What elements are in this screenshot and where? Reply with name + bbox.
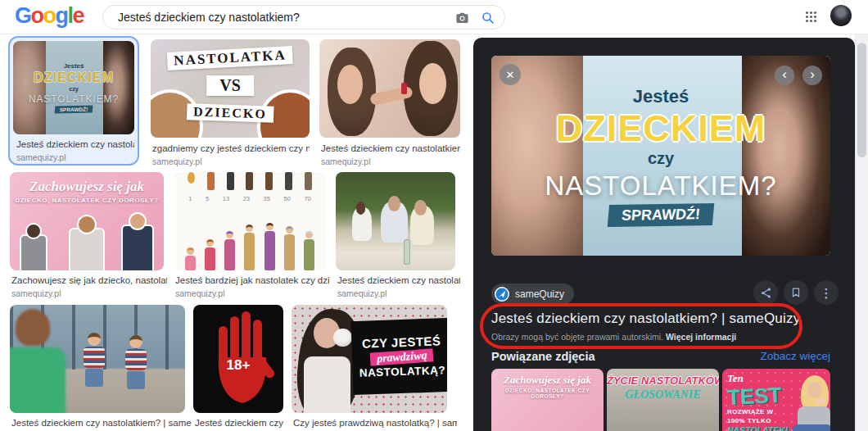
- scrollbar-thumb[interactable]: [857, 43, 866, 157]
- result-title[interactable]: Jesteś bardziej jak nastolatek czy dziec…: [175, 275, 329, 285]
- result-thumbnail[interactable]: 151323355070: [174, 172, 326, 270]
- result-thumbnail[interactable]: [319, 39, 460, 138]
- previous-image-icon[interactable]: ‹: [775, 66, 794, 85]
- result-title[interactable]: Czy jesteś prawdziwą nastolatką? | sameQ…: [293, 418, 457, 428]
- related-images-heading: Powiązane zdjęcia: [491, 350, 595, 363]
- copyright-notice: Obrazy mogą być objęte prawami autorskim…: [491, 332, 736, 342]
- search-icon[interactable]: [481, 11, 495, 25]
- quiz-cover-art: Jesteś DZIECKIEM czy NASTOLATKIEM? SPRAW…: [13, 41, 134, 134]
- result-thumbnail[interactable]: Zachowujesz się jak DZIECKO, NASTOLATEK …: [10, 172, 164, 270]
- result-thumbnail[interactable]: NASTOLATKA VS DZIECKO: [151, 39, 310, 138]
- source-badge[interactable]: sameQuizy: [491, 284, 574, 304]
- vertical-ellipsis-icon: ⋮: [821, 287, 833, 299]
- share-button[interactable]: [753, 280, 778, 305]
- related-image[interactable]: ŻYCIE NASTOLATKÓW! GŁOSOWANIE: [607, 369, 719, 431]
- topbar: Google Jesteś dzieckiem czy nastolatkiem…: [0, 0, 868, 34]
- bookmark-icon: [790, 287, 802, 298]
- result-thumbnail[interactable]: [336, 172, 455, 270]
- logo-letter: o: [43, 3, 56, 28]
- camera-icon[interactable]: [455, 11, 469, 25]
- search-bar[interactable]: Jesteś dzieckiem czy nastolatkiem?: [102, 5, 505, 29]
- result-thumbnail[interactable]: 18+: [193, 305, 283, 413]
- apps-grid-icon[interactable]: [805, 11, 817, 26]
- adult-figure: [121, 225, 154, 270]
- child-figure: [20, 234, 47, 270]
- user-avatar[interactable]: [830, 5, 852, 26]
- cover-face-left: [13, 41, 46, 134]
- logo-letter: G: [15, 3, 31, 28]
- quiz-cover-art: Jesteś DZIECKIEM czy NASTOLATKIEM? SPRAW…: [491, 56, 830, 256]
- preview-title[interactable]: Jesteś dzieckiem czy nastolatkiem? | sam…: [491, 311, 802, 327]
- scrollbar[interactable]: [855, 34, 868, 431]
- result-domain: samequizy.pl: [337, 288, 460, 298]
- logo-letter: g: [56, 3, 68, 28]
- result-thumbnail[interactable]: Jesteś DZIECKIEM czy NASTOLATKIEM? SPRAW…: [13, 41, 134, 134]
- result-title[interactable]: Jesteś dzieckiem czy nastolatkie...: [337, 275, 460, 285]
- google-logo[interactable]: Google: [15, 3, 84, 29]
- next-image-icon[interactable]: ›: [802, 66, 822, 85]
- related-image[interactable]: Zachowujesz się jak DZIECKO, NASTOLATEK …: [491, 369, 604, 431]
- search-input[interactable]: Jesteś dzieckiem czy nastolatkiem?: [118, 11, 444, 24]
- share-icon: [760, 287, 772, 299]
- related-image[interactable]: xD Ten TEST ROZWIĄŻE W 100% TYLKO NASTOL…: [722, 369, 830, 431]
- more-info-link[interactable]: Więcej informacji: [666, 332, 736, 342]
- foreground-figure: [10, 309, 66, 413]
- result-title[interactable]: Jesteś dzieckiem czy nastolatkiem? | sa.…: [321, 143, 460, 153]
- more-options-button[interactable]: ⋮: [814, 280, 839, 305]
- google-images-page: Google Jesteś dzieckiem czy nastolatkiem…: [0, 0, 868, 431]
- results-grid: Jesteś DZIECKIEM czy NASTOLATKIEM? SPRAW…: [0, 34, 473, 431]
- result-title[interactable]: zgadniemy czy jesteś dzieckiem czy nasto…: [152, 143, 310, 153]
- result-thumbnail[interactable]: CZY JESTEŚ prawdziwą NASTOLATKĄ?: [292, 305, 447, 413]
- result-domain: samequizy.pl: [321, 157, 460, 166]
- save-button[interactable]: [784, 280, 808, 305]
- result-title[interactable]: Jesteś dzieckiem czy nastolatkiem? ...: [16, 139, 134, 149]
- hand-text: 18+: [227, 357, 251, 374]
- logo-letter: o: [31, 3, 43, 28]
- see-more-link[interactable]: Zobacz więcej: [760, 350, 830, 362]
- result-domain: samequizy.pl: [175, 288, 329, 298]
- image-result-selected[interactable]: Jesteś DZIECKIEM czy NASTOLATKIEM? SPRAW…: [8, 36, 139, 166]
- result-domain: samequizy.pl: [16, 152, 134, 162]
- result-title[interactable]: Jesteś dzieckiem czy n...: [195, 418, 287, 428]
- teen-figure: [69, 228, 105, 270]
- cover-face-right: [103, 41, 134, 134]
- close-icon[interactable]: ✕: [500, 64, 521, 85]
- lipstick: [401, 83, 407, 94]
- age-numbers: 151323355070: [174, 195, 326, 202]
- source-badge-label: sameQuizy: [515, 288, 564, 300]
- logo-letter: e: [73, 3, 84, 28]
- result-title[interactable]: Zachowujesz się jak dziecko, nastolatek …: [11, 275, 167, 285]
- preview-image[interactable]: Jesteś DZIECKIEM czy NASTOLATKIEM? SPRAW…: [491, 56, 830, 256]
- result-domain: samequizy.pl: [152, 157, 310, 166]
- result-domain: samequizy.pl: [11, 288, 167, 298]
- image-preview-panel: Jesteś DZIECKIEM czy NASTOLATKIEM? SPRAW…: [473, 38, 855, 431]
- result-title[interactable]: Jesteś dzieckiem czy nastolatkiem? | sam…: [11, 418, 192, 428]
- result-thumbnail[interactable]: [10, 305, 185, 413]
- samequizy-favicon: [495, 287, 509, 302]
